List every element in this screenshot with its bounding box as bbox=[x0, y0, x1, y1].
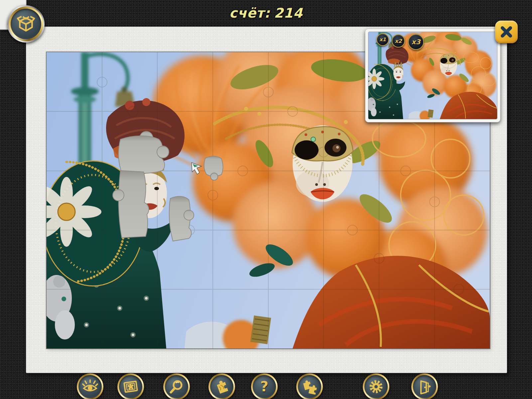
preview-image bbox=[368, 32, 497, 119]
zoom-x3-label: x3 bbox=[412, 38, 421, 46]
magnifier-button[interactable] bbox=[163, 373, 190, 399]
gear-icon bbox=[367, 378, 385, 395]
puzzle-pieces-icon bbox=[301, 378, 318, 395]
arrow-cursor-icon bbox=[190, 162, 205, 176]
sort-pieces-button[interactable] bbox=[208, 373, 235, 399]
picture-frame-icon bbox=[122, 378, 139, 395]
preview-zoom-x2-button[interactable]: x2 bbox=[392, 34, 405, 48]
score-display: счёт:214 bbox=[0, 5, 532, 21]
preview-zoom-x1-button[interactable]: x1 bbox=[376, 33, 389, 46]
close-x-icon bbox=[500, 25, 513, 39]
puzzle-piece-icon bbox=[213, 378, 230, 395]
box-cube-icon bbox=[15, 14, 37, 34]
close-button[interactable] bbox=[495, 21, 518, 43]
zoom-x1-label: x1 bbox=[379, 37, 386, 43]
change-background-button[interactable] bbox=[117, 373, 144, 399]
game-screen: { "hud": { "score_label": "счёт:", "scor… bbox=[0, 0, 532, 399]
score-label: счёт: bbox=[229, 5, 270, 21]
settings-button[interactable] bbox=[363, 373, 389, 399]
preview-panel: x1 x2 x3 bbox=[365, 29, 500, 122]
question-mark-icon: ? bbox=[260, 380, 268, 394]
game-cursor bbox=[190, 162, 205, 178]
shuffle-pieces-button[interactable] bbox=[296, 373, 323, 399]
eye-icon bbox=[82, 378, 98, 395]
preview-zoom-x3-button[interactable]: x3 bbox=[408, 34, 424, 50]
exit-door-icon bbox=[416, 378, 433, 395]
help-button[interactable]: ? bbox=[251, 373, 278, 399]
hint-eye-button[interactable] bbox=[77, 373, 103, 399]
menu-button[interactable] bbox=[7, 5, 45, 43]
zoom-x2-label: x2 bbox=[395, 38, 402, 44]
magnifier-icon bbox=[168, 378, 185, 395]
exit-button[interactable] bbox=[411, 373, 438, 399]
score-value: 214 bbox=[274, 5, 303, 21]
